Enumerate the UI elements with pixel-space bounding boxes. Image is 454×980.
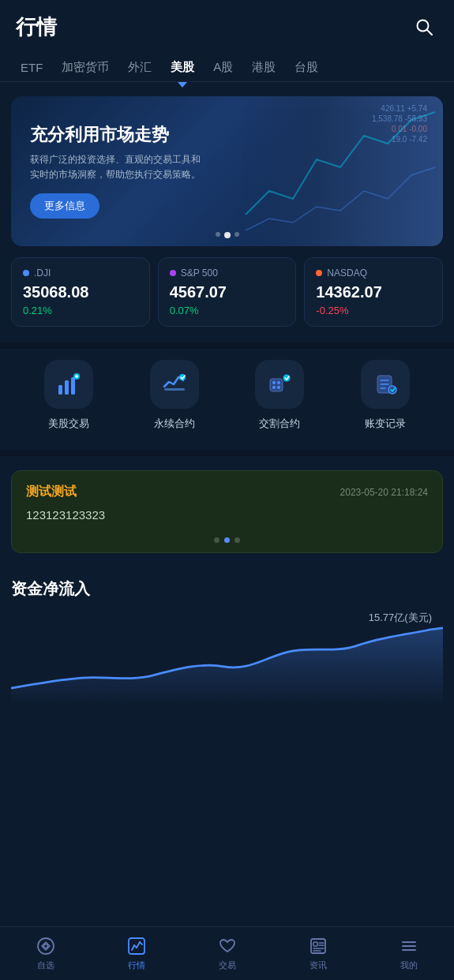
action-records-label: 账变记录	[365, 417, 406, 431]
svg-rect-8	[164, 388, 185, 391]
index-cards: .DJI 35068.08 0.21% S&P 500 4567.07 0.07…	[0, 257, 454, 327]
chart-icon	[55, 371, 82, 398]
svg-rect-24	[129, 938, 144, 954]
records-icon-bg	[361, 360, 410, 409]
search-button[interactable]	[410, 13, 438, 41]
header: 行情	[0, 0, 454, 49]
index-card-nasdaq[interactable]: NASDAQ 14362.07 -0.25%	[304, 257, 443, 327]
star-icon	[36, 936, 56, 956]
nav-item-trade[interactable]: 交易	[204, 936, 251, 971]
heart-icon	[217, 936, 238, 956]
index-card-sp500[interactable]: S&P 500 4567.07 0.07%	[158, 257, 297, 327]
action-delivery-label: 交割合约	[259, 417, 300, 431]
bottom-spacer	[0, 713, 454, 776]
quick-actions: 美股交易 永续合约 交割合约	[0, 352, 454, 447]
nav-item-profile[interactable]: 我的	[385, 936, 433, 971]
svg-line-28	[140, 942, 142, 944]
nav-label-market: 行情	[128, 959, 145, 971]
announce-dot-1	[214, 537, 219, 543]
announce-dot-3	[235, 537, 240, 543]
svg-point-16	[283, 375, 291, 382]
announcement-section: 测试测试 2023-05-20 21:18:24 123123123323	[0, 459, 454, 564]
svg-rect-2	[58, 385, 62, 395]
delivery-icon-bg	[255, 360, 304, 409]
svg-point-22	[38, 938, 54, 954]
banner-dot-3	[235, 232, 239, 237]
announcement-body: 123123123323	[26, 508, 428, 522]
menu-icon	[399, 936, 419, 956]
index-card-dji[interactable]: .DJI 35068.08 0.21%	[11, 257, 150, 327]
us-trading-icon-bg	[44, 360, 93, 409]
nav-item-market[interactable]: 行情	[113, 936, 160, 971]
announcement-dots	[26, 533, 428, 543]
dji-header: .DJI	[23, 267, 138, 279]
tab-a-stocks[interactable]: A股	[204, 54, 242, 81]
nav-label-profile: 我的	[400, 959, 418, 971]
banner-content: 充分利用市场走势 获得广泛的投资选择、直观的交易工具和实时的市场洞察，帮助您执行…	[11, 96, 443, 246]
news-icon	[308, 936, 328, 956]
dice-icon	[266, 371, 293, 398]
nasdaq-header: NASDAQ	[316, 267, 431, 279]
nav-item-watchlist[interactable]: 自选	[22, 936, 69, 971]
svg-point-12	[272, 381, 276, 384]
dji-name: .DJI	[34, 267, 51, 279]
divider-1	[0, 342, 454, 349]
nasdaq-name: NASDAQ	[327, 267, 367, 279]
nasdaq-dot	[316, 270, 322, 276]
announcement-header: 测试测试 2023-05-20 21:18:24	[26, 484, 428, 500]
sp500-change: 0.07%	[170, 305, 285, 316]
svg-point-21	[388, 386, 396, 394]
action-us-trading-label: 美股交易	[48, 417, 89, 431]
action-us-trading[interactable]: 美股交易	[44, 360, 93, 431]
nav-label-trade: 交易	[219, 959, 236, 971]
svg-point-23	[43, 944, 47, 948]
dji-change: 0.21%	[23, 305, 138, 316]
capital-chart: 15.77亿(美元)	[11, 611, 443, 705]
sp500-value: 4567.07	[170, 283, 285, 301]
record-icon	[372, 371, 399, 398]
action-perpetual[interactable]: 永续合约	[150, 360, 199, 431]
svg-rect-10	[270, 379, 283, 391]
nav-tabs: ETF 加密货币 外汇 美股 A股 港股 台股	[0, 49, 454, 82]
banner-description: 获得广泛的投资选择、直观的交易工具和实时的市场洞察，帮助您执行交易策略。	[30, 152, 204, 182]
banner-dot-2	[224, 232, 231, 238]
svg-point-15	[277, 386, 280, 389]
tab-hk-stocks[interactable]: 港股	[242, 54, 285, 81]
tab-forex[interactable]: 外汇	[118, 54, 161, 81]
action-delivery[interactable]: 交割合约	[255, 360, 304, 431]
divider-2	[0, 450, 454, 456]
page-title: 行情	[16, 13, 57, 41]
action-records[interactable]: 账变记录	[361, 360, 410, 431]
tab-etf[interactable]: ETF	[11, 54, 52, 80]
capital-flow-title: 资金净流入	[11, 578, 443, 600]
banner-title: 充分利用市场走势	[30, 124, 424, 147]
announcement-time: 2023-05-20 21:18:24	[340, 487, 428, 498]
bottom-nav: 自选 行情 交易	[0, 926, 454, 980]
nasdaq-change: -0.25%	[316, 305, 431, 316]
tab-us-stocks[interactable]: 美股	[161, 54, 204, 81]
banner-more-button[interactable]: 更多信息	[30, 193, 99, 219]
market-icon	[126, 936, 147, 956]
nasdaq-value: 14362.07	[316, 283, 431, 301]
tab-crypto[interactable]: 加密货币	[52, 54, 118, 81]
announcement-title: 测试测试	[26, 484, 77, 500]
sp500-dot	[170, 270, 176, 276]
banner-dot-1	[216, 232, 220, 237]
capital-chart-svg	[11, 611, 443, 705]
capital-flow-section: 资金净流入 15.77亿(美元)	[0, 564, 454, 713]
announce-dot-2	[224, 537, 230, 543]
svg-line-1	[427, 30, 432, 35]
dji-value: 35068.08	[23, 283, 138, 301]
svg-line-25	[132, 945, 134, 950]
svg-line-27	[137, 942, 140, 948]
svg-rect-4	[71, 377, 75, 395]
nav-label-watchlist: 自选	[37, 959, 54, 971]
banner: 426.11 +5.74 1,538.78 -58.93 0.01 -0.00 …	[11, 96, 443, 246]
tab-tw-stocks[interactable]: 台股	[285, 54, 328, 81]
svg-rect-30	[313, 942, 317, 946]
dji-dot	[23, 270, 29, 276]
nav-item-news[interactable]: 资讯	[295, 936, 342, 971]
trend-icon	[161, 371, 188, 398]
announcement-card[interactable]: 测试测试 2023-05-20 21:18:24 123123123323	[11, 470, 443, 553]
nav-label-news: 资讯	[310, 959, 327, 971]
